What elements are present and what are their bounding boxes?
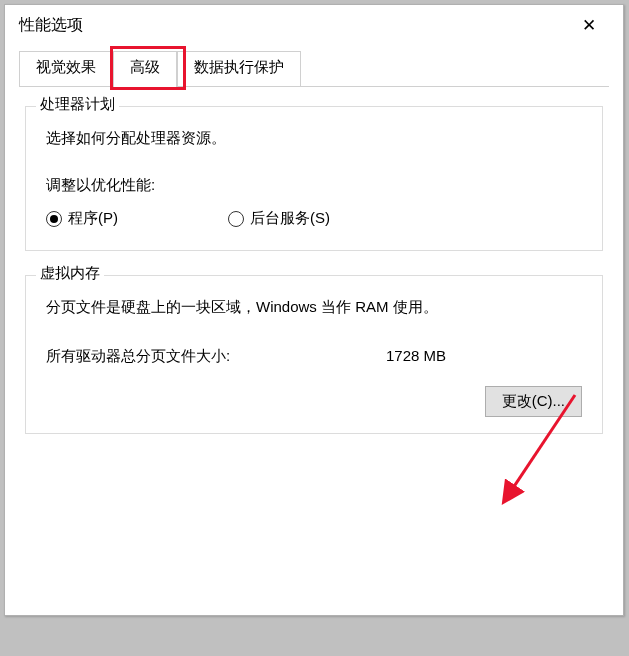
- virtual-memory-desc: 分页文件是硬盘上的一块区域，Windows 当作 RAM 使用。: [46, 298, 582, 317]
- tab-strip: 视觉效果 高级 数据执行保护: [5, 51, 623, 87]
- close-button[interactable]: ✕: [569, 9, 609, 41]
- radio-background-services[interactable]: 后台服务(S): [228, 209, 330, 228]
- virtual-memory-total-value: 1728 MB: [386, 347, 446, 366]
- radio-programs[interactable]: 程序(P): [46, 209, 118, 228]
- performance-options-window: 性能选项 ✕ 视觉效果 高级 数据执行保护 处理器计划 选择如何分配处理器资源。…: [4, 4, 624, 616]
- close-icon: ✕: [582, 15, 596, 36]
- tab-content-advanced: 处理器计划 选择如何分配处理器资源。 调整以优化性能: 程序(P) 后台服务(S…: [5, 88, 623, 434]
- virtual-memory-group: 虚拟内存 分页文件是硬盘上的一块区域，Windows 当作 RAM 使用。 所有…: [25, 275, 603, 434]
- processor-scheduling-desc: 选择如何分配处理器资源。: [46, 129, 582, 148]
- window-title: 性能选项: [19, 15, 83, 36]
- change-button[interactable]: 更改(C)...: [485, 386, 582, 417]
- tab-dep[interactable]: 数据执行保护: [177, 51, 301, 87]
- radio-icon: [228, 211, 244, 227]
- radio-icon: [46, 211, 62, 227]
- tab-advanced[interactable]: 高级: [113, 51, 177, 88]
- radio-background-label: 后台服务(S): [250, 209, 330, 228]
- radio-group-scheduling: 程序(P) 后台服务(S): [46, 209, 582, 228]
- tab-content-divider: [19, 86, 609, 87]
- virtual-memory-button-row: 更改(C)...: [46, 386, 582, 417]
- virtual-memory-legend: 虚拟内存: [36, 264, 104, 283]
- titlebar: 性能选项 ✕: [5, 5, 623, 45]
- radio-programs-label: 程序(P): [68, 209, 118, 228]
- virtual-memory-total-row: 所有驱动器总分页文件大小: 1728 MB: [46, 347, 582, 366]
- processor-scheduling-group: 处理器计划 选择如何分配处理器资源。 调整以优化性能: 程序(P) 后台服务(S…: [25, 106, 603, 251]
- processor-scheduling-legend: 处理器计划: [36, 95, 119, 114]
- tab-visual-effects[interactable]: 视觉效果: [19, 51, 113, 87]
- adjust-label: 调整以优化性能:: [46, 176, 582, 195]
- virtual-memory-total-label: 所有驱动器总分页文件大小:: [46, 347, 386, 366]
